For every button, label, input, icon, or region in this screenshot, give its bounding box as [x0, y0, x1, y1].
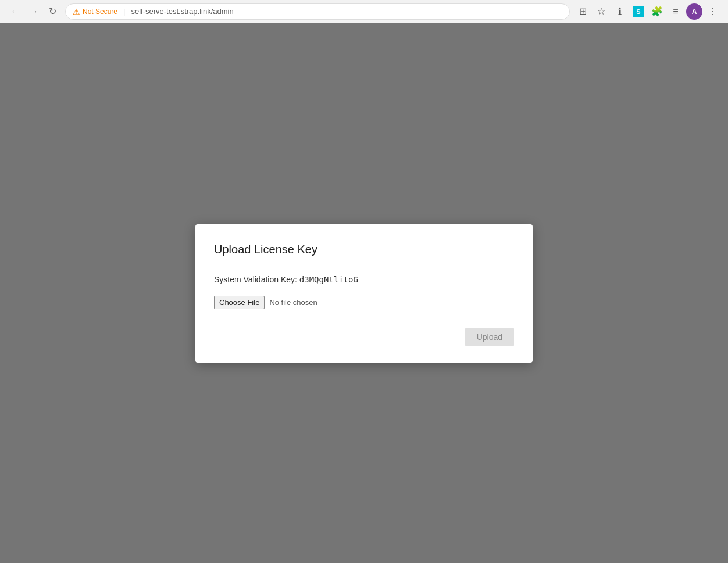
address-bar[interactable]: ⚠ Not Secure | self-serve-test.strap.lin…	[65, 3, 570, 20]
file-input-row: Choose File No file chosen	[214, 296, 514, 309]
security-label: Not Secure	[83, 8, 117, 16]
info-icon: ℹ	[618, 6, 622, 17]
browser-chrome: ← → ↻ ⚠ Not Secure | self-serve-test.str…	[0, 0, 728, 23]
forward-button[interactable]: →	[26, 3, 42, 20]
address-separator: |	[123, 7, 125, 16]
upload-button[interactable]: Upload	[465, 328, 514, 346]
info-icon-button[interactable]: ℹ	[612, 3, 628, 20]
warning-icon: ⚠	[73, 7, 80, 16]
reload-button[interactable]: ↻	[44, 3, 60, 20]
security-warning: ⚠ Not Secure	[73, 7, 117, 16]
modal-dialog: Upload License Key System Validation Key…	[195, 224, 533, 363]
url-text: self-serve-test.strap.link/admin	[131, 7, 233, 16]
star-icon: ☆	[597, 6, 605, 17]
ext-icon: S	[633, 6, 644, 17]
apps-icon-button[interactable]: ⊞	[574, 3, 591, 20]
no-file-label: No file chosen	[269, 298, 317, 307]
page-content: Upload License Key System Validation Key…	[0, 23, 728, 563]
validation-key-row: System Validation Key: d3MQgNtlitoG	[214, 275, 514, 284]
bookmark-icon-button[interactable]: ☆	[593, 3, 609, 20]
modal-title: Upload License Key	[214, 243, 514, 256]
modal-footer: Upload	[214, 328, 514, 346]
extension-icon-button[interactable]: S	[630, 3, 647, 20]
menu-icon-button[interactable]: ⋮	[705, 3, 721, 20]
validation-key-label: System Validation Key:	[214, 275, 299, 284]
nav-buttons: ← → ↻	[7, 3, 60, 20]
validation-key-value: d3MQgNtlitoG	[299, 275, 358, 284]
puzzle-icon-button[interactable]: 🧩	[649, 3, 665, 20]
tab-search-icon-button[interactable]: ≡	[668, 3, 684, 20]
apps-icon: ⊞	[579, 6, 587, 17]
choose-file-button[interactable]: Choose File	[214, 296, 265, 309]
back-button[interactable]: ←	[7, 3, 23, 20]
avatar-initial: A	[692, 8, 697, 16]
menu-icon: ⋮	[708, 6, 718, 17]
puzzle-icon: 🧩	[651, 6, 663, 17]
tab-search-icon: ≡	[673, 6, 678, 17]
account-avatar-button[interactable]: A	[686, 3, 702, 20]
toolbar-icons: ⊞ ☆ ℹ S 🧩 ≡ A ⋮	[574, 3, 721, 20]
